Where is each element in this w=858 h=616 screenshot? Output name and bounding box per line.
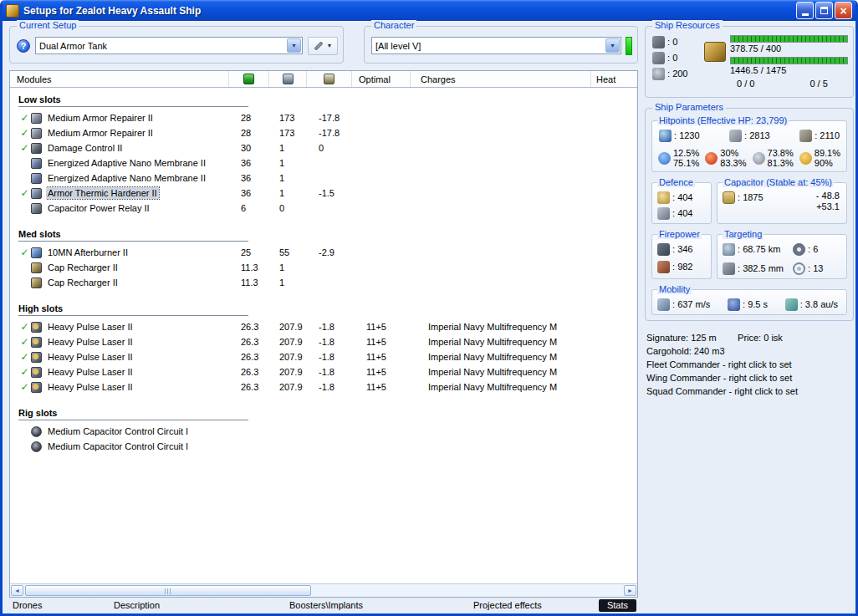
module-cpu-value — [237, 439, 277, 454]
squad-commander-line[interactable]: Squad Commander - right click to set — [646, 384, 852, 398]
heat-column-header[interactable]: Heat — [590, 71, 637, 87]
ship-resources-label: Ship Resources — [652, 20, 723, 30]
module-name-text: Heavy Pulse Laser II — [46, 351, 135, 363]
armor-defence-icon — [657, 207, 670, 220]
tab-stats[interactable]: Stats — [599, 599, 636, 612]
explosive-resist-icon — [799, 152, 812, 165]
module-row[interactable]: Medium Capacitor Control Circuit I — [10, 439, 637, 454]
thermal-resist-shield: 30% — [720, 148, 746, 158]
module-name: Heavy Pulse Laser II — [46, 334, 237, 349]
character-combobox[interactable]: [All level V] ▼ — [371, 37, 621, 54]
chevron-down-icon[interactable]: ▼ — [605, 38, 620, 53]
module-charge-name: Imperial Navy Multifrequency M — [418, 334, 590, 349]
module-icon-cell — [31, 349, 46, 364]
minimize-button[interactable] — [796, 2, 814, 19]
slot-section-header: Med slots — [18, 229, 248, 242]
module-row[interactable]: Medium Capacitor Control Circuit I — [10, 424, 637, 439]
module-row[interactable]: ✓Heavy Pulse Laser II26.3207.9-1.811+5Im… — [10, 379, 637, 395]
modules-column-header[interactable]: Modules — [10, 71, 228, 87]
module-row[interactable]: ✓Armor Thermic Hardener II361-1.5 — [10, 186, 637, 201]
module-row[interactable]: ✓Heavy Pulse Laser II26.3207.9-1.811+5Im… — [10, 349, 637, 364]
close-button[interactable]: × — [835, 2, 852, 19]
slot-section-header: Low slots — [18, 94, 248, 107]
module-row[interactable]: Cap Recharger II11.31 — [10, 275, 637, 290]
tab-description[interactable]: Description — [114, 600, 160, 610]
scrollbar-track[interactable] — [311, 585, 624, 596]
module-name: Heavy Pulse Laser II — [46, 319, 237, 334]
chevron-down-icon[interactable]: ▼ — [287, 38, 301, 53]
module-icon-cell — [31, 125, 46, 140]
module-row[interactable]: Energized Adaptive Nano Membrane II361 — [10, 171, 637, 186]
slot-section-header: High slots — [18, 303, 248, 316]
module-cap-value: -1.8 — [314, 364, 360, 379]
fleet-commander-line[interactable]: Fleet Commander - right click to set — [646, 358, 852, 371]
setup-combobox[interactable]: Dual Armor Tank ▼ — [35, 37, 303, 54]
tab-drones[interactable]: Drones — [13, 600, 42, 610]
maximize-button[interactable] — [815, 2, 833, 19]
module-row[interactable]: ✓Medium Armor Repairer II28173-17.8 — [10, 110, 637, 125]
charges-column-header[interactable]: Charges — [410, 71, 590, 87]
scan-resolution-icon — [723, 262, 735, 275]
module-heat-value — [590, 319, 637, 334]
help-icon[interactable]: ? — [17, 39, 30, 53]
module-row[interactable]: ✓Heavy Pulse Laser II26.3207.9-1.811+5Im… — [10, 364, 637, 379]
module-icon-cell — [31, 110, 46, 125]
module-row[interactable]: ✓Heavy Pulse Laser II26.3207.9-1.811+5Im… — [10, 334, 637, 349]
ship-stats-panel: Ship Resources 0 0 200 — [645, 26, 854, 610]
module-row[interactable]: Cap Recharger II11.31 — [10, 260, 637, 275]
powergrid-column-header[interactable] — [268, 71, 306, 87]
cpu-icon — [243, 74, 254, 84]
hitpoints-box: Hitpoints (Effective HP: 23,799) 1230 28… — [651, 120, 847, 172]
tab-projected-effects[interactable]: Projected effects — [473, 600, 542, 610]
targeting-range-value: 68.75 km — [738, 244, 780, 254]
dps-stat: 982 — [657, 260, 706, 273]
module-pg-value: 1 — [277, 171, 314, 186]
minimize-icon — [802, 13, 809, 16]
module-row[interactable]: Energized Adaptive Nano Membrane II361 — [10, 155, 637, 171]
module-row[interactable]: ✓10MN Afterburner II2555-2.9 — [10, 245, 637, 260]
cpu-column-header[interactable] — [228, 71, 268, 87]
scrollbar-thumb[interactable] — [25, 585, 311, 596]
tab-boosters-implants[interactable]: Boosters\Implants — [289, 600, 363, 610]
module-row[interactable]: Capacitor Power Relay II60 — [10, 201, 637, 216]
warp-speed-icon — [785, 298, 798, 311]
scroll-right-arrow[interactable]: ► — [624, 585, 636, 596]
module-charge-name: Imperial Navy Multifrequency M — [418, 319, 590, 334]
module-pg-value: 0 — [277, 201, 314, 216]
module-row[interactable]: ✓Damage Control II3010 — [10, 140, 637, 155]
module-charge-name — [418, 439, 590, 454]
module-name: Heavy Pulse Laser II — [46, 379, 237, 395]
signature-value: Signature: 125 m — [646, 331, 735, 344]
em-resist-armor: 75.1% — [673, 158, 699, 168]
module-row[interactable]: ✓Medium Armor Repairer II28173-17.8 — [10, 125, 637, 140]
module-name-text: Medium Armor Repairer II — [46, 127, 155, 139]
module-pg-value — [277, 439, 314, 454]
module-pg-value: 207.9 — [277, 319, 314, 334]
module-charge-name: Imperial Navy Multifrequency M — [418, 349, 590, 364]
chevron-down-icon: ▼ — [327, 43, 333, 48]
price-value: Price: 0 isk — [738, 333, 783, 343]
module-cap-value — [314, 260, 360, 275]
module-name: Cap Recharger II — [46, 260, 237, 275]
horizontal-scrollbar[interactable]: ◄ ► — [10, 583, 637, 597]
capacitor-column-header[interactable] — [306, 71, 351, 87]
capacitor-icon — [324, 74, 335, 84]
scroll-left-arrow[interactable]: ◄ — [11, 585, 23, 596]
module-name: Damage Control II — [46, 140, 237, 155]
fitted-check-icon: ✓ — [18, 186, 31, 201]
title-bar[interactable]: Setups for Zealot Heavy Assault Ship × — [3, 0, 855, 21]
wing-commander-line[interactable]: Wing Commander - right click to set — [646, 371, 852, 384]
module-heat-value — [590, 260, 637, 275]
module-charge-name — [418, 260, 590, 275]
thermal-resist-armor: 83.3% — [720, 158, 746, 168]
module-cpu-value: 26.3 — [237, 364, 277, 379]
module-optimal-value — [360, 245, 418, 260]
turret-icon — [652, 36, 665, 48]
capacitor-box: Capacitor (Stable at: 45%) 1875 - 48.8 +… — [717, 182, 847, 224]
setup-tools-button[interactable]: ▼ — [308, 37, 338, 55]
module-optimal-value — [360, 171, 418, 186]
module-row[interactable]: ✓Heavy Pulse Laser II26.3207.9-1.811+5Im… — [10, 319, 637, 334]
module-icon-cell — [31, 439, 46, 454]
firepower-targeting-row: Firepower 346 982 Targeting 68.75 km — [651, 234, 847, 279]
optimal-column-header[interactable]: Optimal — [351, 71, 410, 87]
